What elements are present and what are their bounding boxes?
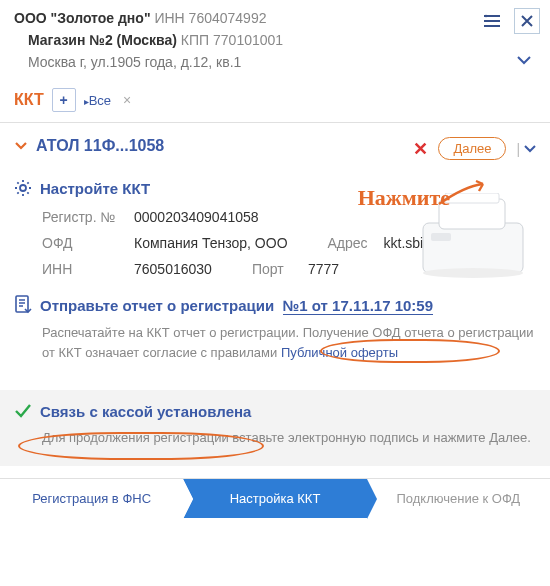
shop-line: Магазин №2 (Москва) КПП 770101001 bbox=[28, 32, 536, 48]
address-line: Москва г, ул.1905 года, д.12, кв.1 bbox=[28, 54, 536, 70]
send-report-prefix: Отправьте отчет о регистрации bbox=[40, 297, 274, 314]
device-title[interactable]: АТОЛ 11Ф...1058 bbox=[36, 137, 164, 155]
tab-configure-kkt[interactable]: Настройка ККТ bbox=[183, 479, 366, 518]
vsep-bar: | bbox=[516, 141, 520, 157]
all-filter[interactable]: ▸Все bbox=[84, 93, 111, 108]
org-name: ООО "Золотое дно" bbox=[14, 10, 151, 26]
wizard-tabs: Регистрация в ФНС Настройка ККТ Подключе… bbox=[0, 478, 550, 518]
more-menu-button[interactable]: | bbox=[516, 141, 536, 157]
add-kkt-button[interactable]: + bbox=[52, 88, 76, 112]
send-report-title: Отправьте отчет о регистрации №1 от 17.1… bbox=[40, 297, 433, 314]
org-line: ООО "Золотое дно" ИНН 7604074992 bbox=[14, 10, 536, 26]
svg-rect-6 bbox=[431, 233, 451, 241]
kpp-value: 770101001 bbox=[213, 32, 283, 48]
svg-point-5 bbox=[423, 268, 523, 278]
delete-device-button[interactable]: ✕ bbox=[413, 138, 428, 160]
inn-value: 7604074992 bbox=[189, 10, 267, 26]
close-window-button[interactable] bbox=[514, 8, 540, 34]
clear-filter-icon[interactable]: × bbox=[123, 92, 131, 108]
status-help: Для продолжения регистрации вставьте эле… bbox=[42, 428, 536, 448]
kkt-label: ККТ bbox=[14, 91, 44, 109]
tab-connect-ofd[interactable]: Подключение к ОФД bbox=[367, 479, 550, 518]
addr-label: Адрес bbox=[328, 235, 384, 251]
device-fields: Регистр. № 0000203409041058 ОФД Компания… bbox=[42, 209, 536, 277]
all-label: Все bbox=[89, 93, 111, 108]
collapse-icon[interactable] bbox=[480, 11, 504, 31]
status-block: Связь с кассой установлена Для продолжен… bbox=[0, 390, 550, 466]
svg-rect-2 bbox=[423, 223, 523, 273]
chevron-down-icon[interactable] bbox=[516, 54, 532, 66]
inn2-label: ИНН bbox=[42, 261, 134, 277]
chevron-down-icon[interactable] bbox=[14, 140, 28, 152]
address-text: Москва г, ул.1905 года, д.12, кв.1 bbox=[28, 54, 241, 70]
gear-icon bbox=[14, 179, 32, 197]
report-link[interactable]: №1 от 17.11.17 10:59 bbox=[283, 297, 433, 315]
check-icon bbox=[14, 402, 32, 420]
next-button[interactable]: Далее bbox=[438, 137, 506, 160]
device-block: АТОЛ 11Ф...1058 ✕ Далее | Настройте ККТ … bbox=[0, 123, 550, 368]
document-icon bbox=[14, 295, 32, 315]
public-offer-link[interactable]: Публичной оферты bbox=[281, 345, 398, 360]
port-label: Порт bbox=[252, 261, 308, 277]
report-help-text: Распечатайте на ККТ отчет о регистрации.… bbox=[42, 323, 536, 362]
ofd-label: ОФД bbox=[42, 235, 134, 251]
org-header: ООО "Золотое дно" ИНН 7604074992 Магазин… bbox=[0, 0, 550, 74]
annotation-arrow-icon bbox=[435, 178, 495, 208]
kkt-section-header: ККТ + ▸Все × bbox=[0, 78, 550, 114]
inn-label: ИНН bbox=[154, 10, 184, 26]
ofd-value: Компания Тензор, ООО bbox=[134, 235, 288, 251]
port-value: 7777 bbox=[308, 261, 339, 277]
kpp-label: КПП bbox=[181, 32, 209, 48]
status-title[interactable]: Связь с кассой установлена bbox=[40, 403, 251, 420]
svg-point-0 bbox=[485, 15, 487, 17]
inn2-value: 7605016030 bbox=[134, 261, 212, 277]
tab-registration-fns[interactable]: Регистрация в ФНС bbox=[0, 479, 183, 518]
reg-no-value: 0000203409041058 bbox=[134, 209, 259, 225]
configure-title: Настройте ККТ bbox=[40, 180, 150, 197]
svg-point-1 bbox=[20, 185, 26, 191]
reg-no-label: Регистр. № bbox=[42, 209, 134, 225]
shop-name: Магазин №2 (Москва) bbox=[28, 32, 177, 48]
